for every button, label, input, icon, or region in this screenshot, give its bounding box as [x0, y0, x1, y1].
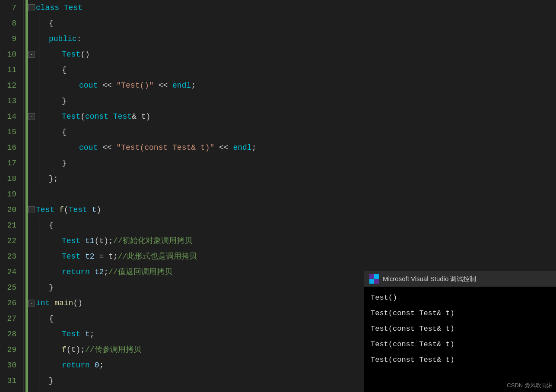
ret-val-30: 0: [95, 357, 99, 373]
code-line-17: }: [28, 155, 556, 171]
debug-output-title: Microsoft Visual Studio 调试控制: [383, 275, 476, 283]
brace-close-25: }: [49, 280, 54, 295]
return-kw-24: return: [62, 264, 95, 280]
code-line-22: Test t1 (t); //初始化对象调用拷贝: [28, 233, 556, 249]
svg-rect-0: [369, 274, 374, 279]
output-line-5: Test(const Test& t): [371, 352, 549, 368]
amp-t-14: & t): [132, 109, 150, 124]
line-11: 11: [0, 62, 20, 78]
comment-23: //此形式也是调用拷贝: [118, 249, 197, 264]
endl-12: endl: [172, 78, 191, 93]
class-name-test: Test: [64, 0, 83, 16]
code-line-16: cout << "Test(const Test& t)" << endl ;: [28, 140, 556, 155]
line-9: 9: [0, 31, 20, 47]
line-21: 21: [0, 218, 20, 233]
code-line-15: {: [28, 124, 556, 140]
fold-btn-7[interactable]: -: [28, 4, 35, 11]
brace-close-17: }: [62, 155, 67, 171]
semi-16: ;: [252, 140, 257, 155]
constructor-test: Test: [62, 47, 80, 62]
line-17: 17: [0, 155, 20, 171]
shift-16: <<: [102, 140, 116, 155]
ret-val-24: t2: [95, 264, 104, 280]
func-name-f: f: [59, 202, 64, 218]
line-25: 25: [0, 280, 20, 295]
brace-open-21: {: [49, 218, 54, 233]
line-28: 28: [0, 326, 20, 342]
var-t1: t1: [85, 233, 95, 249]
line-13: 13: [0, 93, 20, 109]
colon-public: :: [77, 31, 82, 47]
var-28: t: [85, 326, 90, 342]
brace-close-semi-18: };: [49, 171, 58, 187]
parens-10: (): [80, 47, 90, 62]
keyword-class: class: [36, 0, 64, 16]
paren-20a: (: [64, 202, 69, 218]
cout-12: cout: [79, 78, 102, 93]
code-line-11: {: [28, 62, 556, 78]
fold-btn-20[interactable]: -: [28, 206, 35, 213]
comment-22: //初始化对象调用拷贝: [113, 233, 193, 249]
code-line-18: };: [28, 171, 556, 187]
call-f-29: f: [62, 342, 67, 357]
line-20: 20: [0, 202, 20, 218]
call-t1: (t);: [95, 233, 113, 249]
paren-14a: (: [80, 109, 85, 124]
code-line-10: - Test (): [28, 47, 556, 62]
svg-rect-1: [374, 274, 379, 279]
fold-btn-14[interactable]: -: [28, 113, 35, 120]
const-kw-14: const: [85, 109, 113, 124]
string-test-12: "Test()": [116, 78, 153, 93]
line-14: 14: [0, 109, 20, 124]
paren-20b: ): [96, 202, 101, 218]
test-kw-14: Test: [113, 109, 132, 124]
comment-29: //传参调用拷贝: [85, 342, 141, 357]
line-23: 23: [0, 249, 20, 264]
brace-open-27: {: [49, 311, 54, 326]
type-t2: Test: [62, 249, 85, 264]
line-7: 7: [0, 0, 20, 16]
cout-16: cout: [79, 140, 102, 155]
empty-19: [28, 187, 33, 202]
code-line-21: {: [28, 218, 556, 233]
line-27: 27: [0, 311, 20, 326]
line-15: 15: [0, 124, 20, 140]
func-main: main: [54, 295, 73, 311]
code-line-20: - Test f ( Test t ): [28, 202, 556, 218]
output-line-1: Test(): [371, 290, 549, 306]
code-line-8: {: [28, 16, 556, 31]
code-line-13: }: [28, 93, 556, 109]
keyword-int: int: [36, 295, 54, 311]
code-line-9: public :: [28, 31, 556, 47]
line-22: 22: [0, 233, 20, 249]
shift2-16: <<: [214, 140, 233, 155]
line-12: 12: [0, 78, 20, 93]
line-24: 24: [0, 264, 20, 280]
param-name-20: t: [92, 202, 97, 218]
fold-btn-10[interactable]: -: [28, 51, 35, 58]
brace-open-15: {: [62, 124, 67, 140]
assign-23: = t;: [95, 249, 118, 264]
line-16: 16: [0, 140, 20, 155]
output-line-4: Test(const Test& t): [371, 337, 549, 352]
fold-btn-26[interactable]: -: [28, 300, 35, 307]
line-10: 10: [0, 47, 20, 62]
svg-rect-3: [374, 279, 379, 284]
param-type-20: Test: [69, 202, 92, 218]
line-19: 19: [0, 187, 20, 202]
line-29: 29: [0, 342, 20, 357]
brace-open-8: {: [49, 16, 54, 31]
svg-rect-2: [369, 279, 374, 284]
line-8: 8: [0, 16, 20, 31]
comment-24: //值返回调用拷贝: [108, 264, 172, 280]
code-line-19: [28, 187, 556, 202]
shift2-12: <<: [154, 78, 172, 93]
semi-30: ;: [99, 357, 104, 373]
shift-12: <<: [102, 78, 116, 93]
debug-output-panel: Microsoft Visual Studio 调试控制 Test() Test…: [364, 271, 556, 392]
line-26: 26: [0, 295, 20, 311]
parens-main: (): [73, 295, 83, 311]
type-t1: Test: [62, 233, 85, 249]
brace-close-13: }: [62, 93, 67, 109]
return-kw-30: return: [62, 357, 95, 373]
